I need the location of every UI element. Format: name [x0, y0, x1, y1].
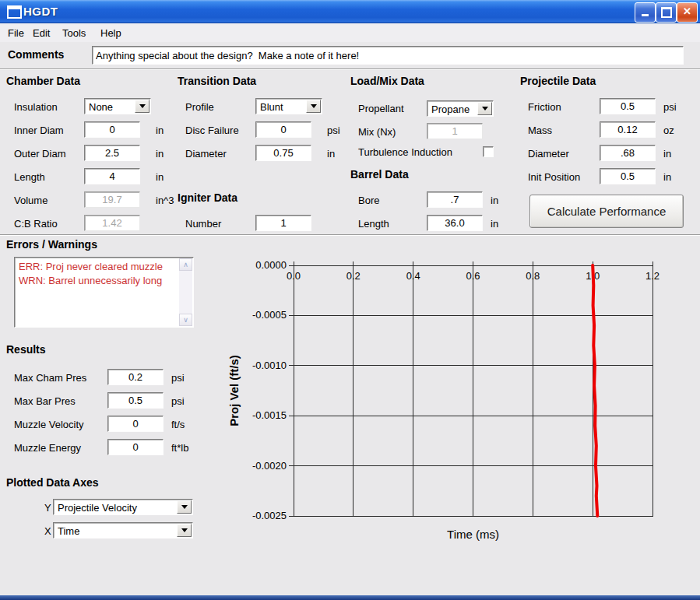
profile-value: Blunt — [256, 99, 305, 114]
loadmix-header: Load/Mix Data — [350, 75, 424, 87]
chevron-down-icon — [477, 102, 492, 115]
svg-text:-0.0005: -0.0005 — [252, 309, 287, 321]
barrel-header: Barrel Data — [350, 168, 409, 181]
turbulence-label: Turbulence Induction — [358, 146, 452, 158]
calculate-performance-button[interactable]: Calculate Performance — [529, 195, 684, 228]
chamber-length-input[interactable] — [84, 168, 140, 184]
cb-ratio-label: C:B Ratio — [14, 218, 58, 230]
projectile-diameter-unit: in — [663, 148, 671, 160]
svg-text:-0.0015: -0.0015 — [252, 409, 287, 421]
inner-diam-input[interactable] — [84, 121, 140, 138]
minimize-icon — [642, 14, 649, 16]
maximize-button[interactable] — [656, 2, 677, 23]
init-position-input[interactable] — [600, 168, 656, 184]
projectile-diameter-input[interactable] — [600, 145, 656, 161]
svg-text:-0.0025: -0.0025 — [252, 510, 287, 521]
disc-failure-label: Disc Failure — [185, 125, 239, 136]
friction-input[interactable] — [600, 98, 656, 114]
x-axis-select[interactable]: Time — [53, 522, 193, 539]
inner-diam-unit: in — [156, 125, 164, 136]
mass-input[interactable] — [600, 121, 656, 138]
insulation-select[interactable]: None — [84, 98, 151, 114]
muzzle-velocity-label: Muzzle Velocity — [14, 419, 84, 430]
outer-diam-input[interactable] — [84, 145, 140, 161]
svg-text:0.4: 0.4 — [406, 270, 420, 282]
window-title: HGDT — [23, 5, 58, 18]
menu-bar: File Edit Tools Help — [0, 23, 700, 42]
disc-failure-unit: psi — [327, 125, 340, 136]
close-button[interactable]: ✕ — [677, 2, 698, 23]
muzzle-energy-label: Muzzle Energy — [14, 442, 81, 454]
chevron-down-icon — [177, 524, 192, 537]
menu-file[interactable]: File — [4, 26, 28, 40]
igniter-header: Igniter Data — [178, 191, 237, 204]
max-bar-pres-unit: psi — [171, 395, 185, 407]
errors-header: Errors / Warnings — [6, 238, 97, 251]
menu-edit[interactable]: Edit — [29, 26, 54, 40]
propellant-label: Propellant — [358, 103, 404, 114]
bore-label: Bore — [358, 195, 379, 206]
minimize-button[interactable] — [635, 2, 656, 23]
propellant-select[interactable]: Propane — [427, 100, 494, 117]
bore-input[interactable] — [427, 191, 483, 208]
window-border-bottom — [0, 595, 700, 600]
scroll-up-icon[interactable]: ∧ — [179, 258, 192, 271]
barrel-length-label: Length — [358, 218, 389, 230]
errors-scrollbar[interactable]: ∧ ∨ — [179, 258, 192, 326]
volume-unit: in^3 — [156, 195, 174, 206]
volume-label: Volume — [14, 195, 47, 206]
mix-label: Mix (Nx) — [358, 126, 396, 138]
chevron-down-icon — [306, 100, 321, 113]
outer-diam-unit: in — [156, 148, 164, 160]
svg-text:-0.0020: -0.0020 — [252, 460, 287, 472]
igniter-number-input[interactable] — [255, 215, 311, 231]
app-window: HGDT ✕ File Edit Tools Help Comments Cha… — [0, 0, 700, 600]
divider — [0, 68, 700, 70]
menu-tools[interactable]: Tools — [58, 26, 90, 40]
x-axis-select-label: X — [44, 525, 51, 537]
friction-label: Friction — [528, 101, 561, 113]
max-cham-pres-unit: psi — [171, 372, 185, 384]
init-position-unit: in — [663, 171, 671, 183]
max-bar-pres-label: Max Bar Pres — [14, 395, 76, 407]
comments-label: Comments — [8, 48, 64, 61]
divider — [0, 234, 700, 236]
y-axis-select[interactable]: Projectile Velocity — [53, 499, 193, 515]
muzzle-energy-value — [107, 439, 164, 455]
propellant-value: Propane — [427, 101, 477, 116]
mix-input — [427, 123, 483, 139]
svg-text:-0.0010: -0.0010 — [252, 360, 287, 371]
error-line: ERR: Proj never cleared muzzle — [15, 260, 193, 274]
menu-help[interactable]: Help — [97, 26, 125, 40]
app-icon — [7, 5, 22, 19]
title-bar[interactable]: HGDT ✕ — [0, 0, 700, 23]
velocity-time-chart: 0.00.20.40.60.81.01.20.0000-0.0005-0.001… — [227, 237, 695, 549]
outer-diam-label: Outer Diam — [14, 148, 65, 160]
transition-diameter-label: Diameter — [185, 148, 227, 160]
mass-label: Mass — [528, 125, 552, 136]
barrel-length-input[interactable] — [427, 215, 483, 231]
y-axis-value: Projectile Velocity — [54, 500, 176, 514]
transition-diameter-input[interactable] — [255, 145, 311, 161]
x-axis-value: Time — [54, 523, 176, 538]
chevron-down-icon — [135, 100, 149, 113]
svg-text:0.0000: 0.0000 — [255, 259, 287, 271]
cb-ratio-input — [84, 215, 140, 231]
chamber-length-unit: in — [156, 171, 164, 183]
svg-text:0.2: 0.2 — [346, 270, 361, 282]
profile-select[interactable]: Blunt — [255, 98, 322, 114]
plot-axes-header: Plotted Data Axes — [6, 476, 99, 489]
scroll-down-icon[interactable]: ∨ — [179, 314, 192, 326]
init-position-label: Init Position — [528, 171, 580, 183]
svg-text:Time (ms): Time (ms) — [447, 528, 499, 541]
errors-listbox[interactable]: ERR: Proj never cleared muzzle WRN: Barr… — [14, 257, 194, 328]
profile-label: Profile — [185, 101, 214, 113]
close-icon: ✕ — [683, 5, 691, 17]
mass-unit: oz — [663, 125, 674, 136]
disc-failure-input[interactable] — [255, 121, 311, 138]
svg-text:0.6: 0.6 — [466, 270, 480, 282]
comments-input[interactable] — [92, 46, 684, 65]
turbulence-checkbox[interactable] — [483, 146, 494, 157]
maximize-icon — [661, 7, 672, 18]
muzzle-velocity-unit: ft/s — [171, 419, 185, 430]
